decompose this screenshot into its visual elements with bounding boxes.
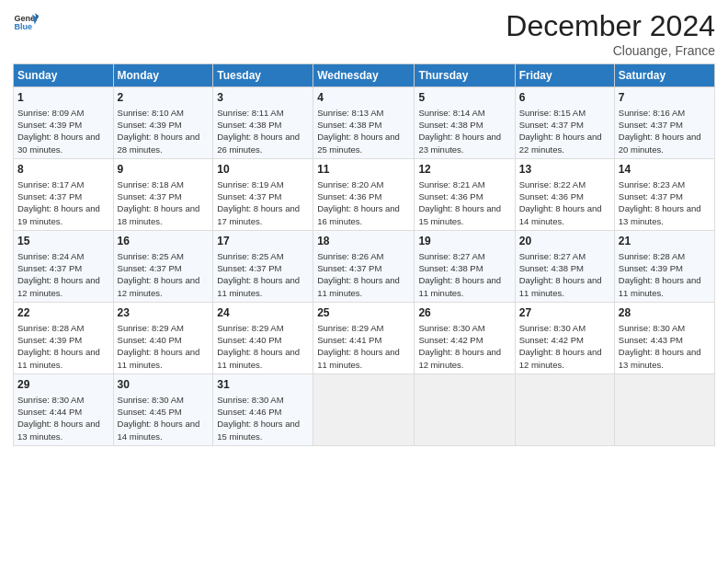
sunset-text: Sunset: 4:44 PM bbox=[17, 407, 82, 417]
location-title: Clouange, France bbox=[506, 43, 715, 58]
daylight-text: Daylight: 8 hours and 17 minutes. bbox=[217, 203, 300, 225]
day-number: 22 bbox=[17, 305, 109, 321]
calendar-cell: 29Sunrise: 8:30 AMSunset: 4:44 PMDayligh… bbox=[14, 374, 114, 446]
calendar-cell: 4Sunrise: 8:13 AMSunset: 4:38 PMDaylight… bbox=[313, 87, 415, 159]
day-header-saturday: Saturday bbox=[614, 64, 714, 87]
svg-text:Blue: Blue bbox=[14, 22, 32, 31]
sunset-text: Sunset: 4:37 PM bbox=[217, 191, 281, 201]
day-number: 15 bbox=[17, 234, 109, 249]
calendar-cell: 10Sunrise: 8:19 AMSunset: 4:37 PMDayligh… bbox=[213, 159, 313, 231]
calendar-cell: 5Sunrise: 8:14 AMSunset: 4:38 PMDaylight… bbox=[415, 87, 515, 159]
sunrise-text: Sunrise: 8:26 AM bbox=[317, 251, 383, 261]
sunset-text: Sunset: 4:40 PM bbox=[217, 335, 281, 345]
day-header-tuesday: Tuesday bbox=[213, 64, 313, 87]
calendar-table: SundayMondayTuesdayWednesdayThursdayFrid… bbox=[13, 63, 715, 446]
calendar-cell: 12Sunrise: 8:21 AMSunset: 4:36 PMDayligh… bbox=[415, 159, 515, 231]
daylight-text: Daylight: 8 hours and 12 minutes. bbox=[519, 347, 602, 369]
day-number: 27 bbox=[519, 305, 610, 321]
daylight-text: Daylight: 8 hours and 11 minutes. bbox=[619, 275, 701, 297]
daylight-text: Daylight: 8 hours and 23 minutes. bbox=[418, 132, 501, 154]
day-number: 30 bbox=[118, 377, 210, 393]
sunset-text: Sunset: 4:37 PM bbox=[619, 120, 683, 130]
day-number: 9 bbox=[118, 162, 210, 178]
week-row-5: 29Sunrise: 8:30 AMSunset: 4:44 PMDayligh… bbox=[14, 374, 715, 446]
sunrise-text: Sunrise: 8:30 AM bbox=[118, 395, 184, 405]
sunrise-text: Sunrise: 8:25 AM bbox=[217, 251, 283, 261]
calendar-cell bbox=[313, 374, 415, 446]
sunset-text: Sunset: 4:37 PM bbox=[118, 263, 182, 273]
sunset-text: Sunset: 4:39 PM bbox=[619, 263, 683, 273]
day-number: 14 bbox=[619, 162, 711, 178]
day-number: 1 bbox=[17, 90, 109, 106]
calendar-cell: 18Sunrise: 8:26 AMSunset: 4:37 PMDayligh… bbox=[313, 231, 415, 303]
calendar-cell: 19Sunrise: 8:27 AMSunset: 4:38 PMDayligh… bbox=[415, 231, 515, 303]
daylight-text: Daylight: 8 hours and 16 minutes. bbox=[317, 203, 400, 225]
calendar-cell: 25Sunrise: 8:29 AMSunset: 4:41 PMDayligh… bbox=[313, 303, 415, 374]
calendar-cell: 17Sunrise: 8:25 AMSunset: 4:37 PMDayligh… bbox=[213, 231, 313, 303]
daylight-text: Daylight: 8 hours and 11 minutes. bbox=[317, 275, 400, 297]
sunrise-text: Sunrise: 8:11 AM bbox=[217, 108, 283, 118]
sunset-text: Sunset: 4:37 PM bbox=[17, 263, 82, 273]
day-number: 2 bbox=[118, 90, 210, 106]
sunrise-text: Sunrise: 8:25 AM bbox=[118, 251, 184, 261]
sunrise-text: Sunrise: 8:28 AM bbox=[619, 251, 685, 261]
sunset-text: Sunset: 4:45 PM bbox=[118, 407, 182, 417]
logo: General Blue bbox=[13, 9, 39, 35]
sunrise-text: Sunrise: 8:10 AM bbox=[118, 108, 184, 118]
daylight-text: Daylight: 8 hours and 11 minutes. bbox=[217, 347, 300, 369]
daylight-text: Daylight: 8 hours and 11 minutes. bbox=[418, 275, 501, 297]
daylight-text: Daylight: 8 hours and 13 minutes. bbox=[619, 203, 701, 225]
day-header-wednesday: Wednesday bbox=[313, 64, 415, 87]
sunrise-text: Sunrise: 8:15 AM bbox=[519, 108, 586, 118]
sunrise-text: Sunrise: 8:14 AM bbox=[418, 108, 484, 118]
sunrise-text: Sunrise: 8:29 AM bbox=[217, 323, 283, 333]
logo-icon: General Blue bbox=[13, 9, 39, 35]
day-header-sunday: Sunday bbox=[14, 64, 114, 87]
calendar-cell: 22Sunrise: 8:28 AMSunset: 4:39 PMDayligh… bbox=[14, 303, 114, 374]
sunset-text: Sunset: 4:38 PM bbox=[418, 120, 483, 130]
sunrise-text: Sunrise: 8:23 AM bbox=[619, 179, 685, 190]
daylight-text: Daylight: 8 hours and 13 minutes. bbox=[17, 419, 100, 441]
calendar-cell: 24Sunrise: 8:29 AMSunset: 4:40 PMDayligh… bbox=[213, 303, 313, 374]
daylight-text: Daylight: 8 hours and 12 minutes. bbox=[17, 275, 100, 297]
daylight-text: Daylight: 8 hours and 11 minutes. bbox=[519, 275, 602, 297]
sunrise-text: Sunrise: 8:22 AM bbox=[519, 179, 586, 190]
week-row-1: 1Sunrise: 8:09 AMSunset: 4:39 PMDaylight… bbox=[14, 87, 715, 159]
day-number: 16 bbox=[118, 234, 210, 249]
calendar-cell: 16Sunrise: 8:25 AMSunset: 4:37 PMDayligh… bbox=[113, 231, 213, 303]
calendar-cell: 1Sunrise: 8:09 AMSunset: 4:39 PMDaylight… bbox=[14, 87, 114, 159]
sunrise-text: Sunrise: 8:18 AM bbox=[118, 179, 184, 190]
header-row-days: SundayMondayTuesdayWednesdayThursdayFrid… bbox=[14, 64, 715, 87]
daylight-text: Daylight: 8 hours and 15 minutes. bbox=[418, 203, 501, 225]
day-number: 28 bbox=[619, 305, 711, 321]
day-number: 4 bbox=[317, 90, 410, 106]
daylight-text: Daylight: 8 hours and 19 minutes. bbox=[17, 203, 100, 225]
calendar-cell: 11Sunrise: 8:20 AMSunset: 4:36 PMDayligh… bbox=[313, 159, 415, 231]
calendar-cell: 31Sunrise: 8:30 AMSunset: 4:46 PMDayligh… bbox=[213, 374, 313, 446]
daylight-text: Daylight: 8 hours and 11 minutes. bbox=[17, 347, 100, 369]
daylight-text: Daylight: 8 hours and 30 minutes. bbox=[17, 132, 100, 154]
calendar-cell: 30Sunrise: 8:30 AMSunset: 4:45 PMDayligh… bbox=[113, 374, 213, 446]
day-number: 19 bbox=[418, 234, 510, 249]
day-number: 29 bbox=[17, 377, 109, 393]
page-container: General Blue December 2024 Clouange, Fra… bbox=[0, 0, 728, 454]
calendar-cell: 13Sunrise: 8:22 AMSunset: 4:36 PMDayligh… bbox=[515, 159, 614, 231]
calendar-cell: 20Sunrise: 8:27 AMSunset: 4:38 PMDayligh… bbox=[515, 231, 614, 303]
day-number: 21 bbox=[619, 234, 711, 249]
day-number: 17 bbox=[217, 234, 309, 249]
sunrise-text: Sunrise: 8:19 AM bbox=[217, 179, 283, 190]
sunset-text: Sunset: 4:37 PM bbox=[619, 191, 683, 201]
day-number: 23 bbox=[118, 305, 210, 321]
calendar-cell bbox=[415, 374, 515, 446]
sunrise-text: Sunrise: 8:30 AM bbox=[418, 323, 484, 333]
sunrise-text: Sunrise: 8:21 AM bbox=[418, 179, 484, 190]
day-number: 25 bbox=[317, 305, 410, 321]
sunset-text: Sunset: 4:38 PM bbox=[519, 263, 584, 273]
sunset-text: Sunset: 4:40 PM bbox=[118, 335, 182, 345]
sunrise-text: Sunrise: 8:20 AM bbox=[317, 179, 383, 190]
day-number: 18 bbox=[317, 234, 410, 249]
day-number: 8 bbox=[17, 162, 109, 178]
sunset-text: Sunset: 4:39 PM bbox=[17, 120, 82, 130]
sunrise-text: Sunrise: 8:27 AM bbox=[418, 251, 484, 261]
sunset-text: Sunset: 4:37 PM bbox=[317, 263, 381, 273]
